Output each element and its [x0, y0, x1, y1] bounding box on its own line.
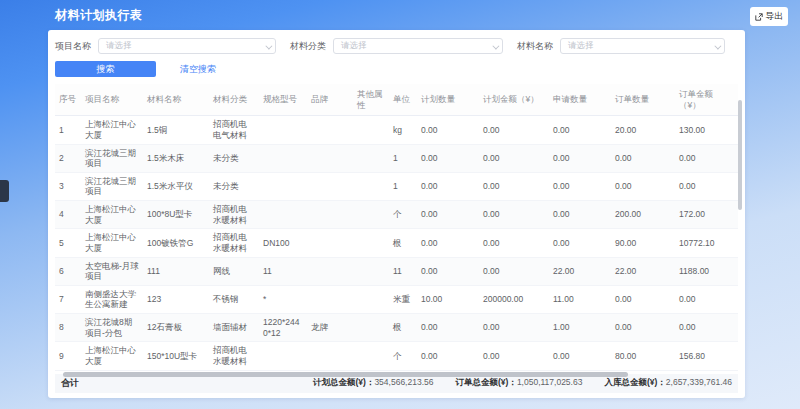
- filter-placeholder: 请选择: [568, 40, 594, 52]
- summary-items: 计划总金额(¥)：354,566,213.56订单总金额(¥)：1,050,11…: [313, 377, 732, 389]
- chevron-down-icon: [265, 43, 272, 50]
- goto-page-input[interactable]: [524, 398, 546, 399]
- vertical-scrollbar[interactable]: [738, 100, 742, 210]
- table-cell: 0.00: [549, 348, 611, 365]
- table-cell: 11: [389, 263, 417, 280]
- table-cell: 0.00: [675, 291, 737, 308]
- filter-placeholder: 请选择: [341, 40, 367, 52]
- table-cell: 11.00: [549, 291, 611, 308]
- table-row: 3滨江花城三期项目1.5米水平仪未分类10.000.000.000.000.00: [55, 173, 738, 201]
- column-header: 单位: [389, 89, 417, 110]
- table-cell: 10.00: [417, 291, 479, 308]
- clear-search-link[interactable]: 清空搜索: [180, 63, 216, 76]
- summary-item: 计划总金额(¥)：354,566,213.56: [313, 377, 433, 389]
- table-cell: 1: [55, 122, 81, 139]
- table-cell: [259, 353, 307, 359]
- column-header: 订单数量: [611, 89, 675, 110]
- table-cell: 0.00: [479, 319, 549, 336]
- table-cell: [307, 212, 353, 218]
- table-cell: 0.00: [549, 150, 611, 167]
- table-cell: [353, 240, 389, 246]
- table-cell: [307, 353, 353, 359]
- data-table: 序号项目名称材料名称材料分类规格型号品牌其他属性单位计划数量计划金额（¥）申请数…: [55, 84, 738, 371]
- table-cell: 0.00: [549, 122, 611, 139]
- filter-label: 项目名称: [55, 40, 91, 53]
- export-icon: [755, 13, 763, 21]
- filter-select[interactable]: 请选择: [560, 38, 725, 54]
- table-cell: 1.00: [549, 319, 611, 336]
- table-cell: 150*10U型卡: [143, 348, 209, 365]
- column-header: 项目名称: [81, 89, 143, 110]
- table-cell: 1220*2440*12: [259, 314, 307, 341]
- column-header: 规格型号: [259, 89, 307, 110]
- horizontal-scrollbar[interactable]: [63, 372, 628, 377]
- table-cell: 根: [389, 319, 417, 336]
- table-cell: 172.00: [675, 206, 737, 223]
- page-title: 材料计划执行表: [55, 7, 143, 24]
- table-cell: 100镀铁管G: [143, 235, 209, 252]
- table-cell: 0.00: [417, 263, 479, 280]
- table-cell: 90.00: [611, 235, 675, 252]
- table-cell: 网线: [209, 263, 259, 280]
- filter-select[interactable]: 请选择: [333, 38, 503, 54]
- filter-field: 项目名称 请选择: [55, 38, 276, 54]
- table-cell: [259, 183, 307, 189]
- table-cell: 上海松江中心大厦: [81, 342, 143, 369]
- table-cell: *: [259, 291, 307, 308]
- table-cell: 上海松江中心大厦: [81, 229, 143, 256]
- table-cell: 0.00: [479, 263, 549, 280]
- table-cell: [353, 183, 389, 189]
- table-header-row: 序号项目名称材料名称材料分类规格型号品牌其他属性单位计划数量计划金额（¥）申请数…: [55, 84, 738, 116]
- table-cell: 1: [389, 178, 417, 195]
- table-cell: 130.00: [675, 122, 737, 139]
- table-cell: 根: [389, 235, 417, 252]
- table-cell: 1.5米水平仪: [143, 178, 209, 195]
- table-cell: [307, 268, 353, 274]
- table-cell: 22.00: [611, 263, 675, 280]
- table-cell: 0.00: [675, 150, 737, 167]
- table-cell: 个: [389, 348, 417, 365]
- table-row: 1上海松江中心大厦1.5铜招商机电电气材料kg0.000.000.0020.00…: [55, 116, 738, 144]
- summary-item: 入库总金额(¥)：2,657,339,761.46: [604, 377, 732, 389]
- export-button[interactable]: 导出: [750, 7, 788, 26]
- table-cell: 0.00: [417, 319, 479, 336]
- table-body: 1上海松江中心大厦1.5铜招商机电电气材料kg0.000.000.0020.00…: [55, 116, 738, 370]
- table-cell: 0.00: [479, 150, 549, 167]
- table-cell: 1: [389, 150, 417, 167]
- filter-field: 材料分类 请选择: [290, 38, 503, 54]
- table-cell: 0.00: [675, 319, 737, 336]
- export-button-label: 导出: [766, 10, 784, 23]
- table-cell: 0.00: [417, 178, 479, 195]
- table-cell: [259, 155, 307, 161]
- top-bar: 材料计划执行表 导出: [0, 0, 800, 30]
- table-cell: 南侧盛达大学生公寓新建: [81, 286, 143, 313]
- table-row: 2滨江花城三期项目1.5米木床未分类10.000.000.000.000.00: [55, 145, 738, 173]
- summary-item: 订单总金额(¥)：1,050,117,025.63: [455, 377, 582, 389]
- table-cell: 个: [389, 206, 417, 223]
- column-header: 其他属性: [353, 84, 389, 115]
- table-cell: 1.5米木床: [143, 150, 209, 167]
- action-bar: 搜索 清空搜索: [55, 61, 738, 77]
- table-cell: [353, 325, 389, 331]
- table-cell: 0.00: [417, 235, 479, 252]
- filter-bar: 项目名称 请选择 材料分类 请选择 材料名称 请选择: [55, 38, 738, 54]
- table-cell: 上海松江中心大厦: [81, 116, 143, 143]
- filter-label: 材料名称: [517, 40, 553, 53]
- table-cell: 10772.10: [675, 235, 737, 252]
- table-cell: 招商机电水暖材料: [209, 342, 259, 369]
- filter-select[interactable]: 请选择: [98, 38, 276, 54]
- table-cell: 0.00: [417, 348, 479, 365]
- filter-placeholder: 请选择: [106, 40, 132, 52]
- filter-label: 材料分类: [290, 40, 326, 53]
- summary-total-label: 合计: [61, 377, 79, 390]
- column-header: 品牌: [307, 89, 353, 110]
- search-button[interactable]: 搜索: [55, 61, 156, 77]
- table-cell: [353, 296, 389, 302]
- table-cell: 太空电梯-月球项目: [81, 258, 143, 285]
- side-panel-handle[interactable]: [0, 180, 9, 202]
- table-cell: 招商机电水暖材料: [209, 201, 259, 228]
- table-cell: DN100: [259, 235, 307, 252]
- table-cell: 11: [259, 263, 307, 280]
- table-cell: 20.00: [611, 122, 675, 139]
- table-cell: [307, 127, 353, 133]
